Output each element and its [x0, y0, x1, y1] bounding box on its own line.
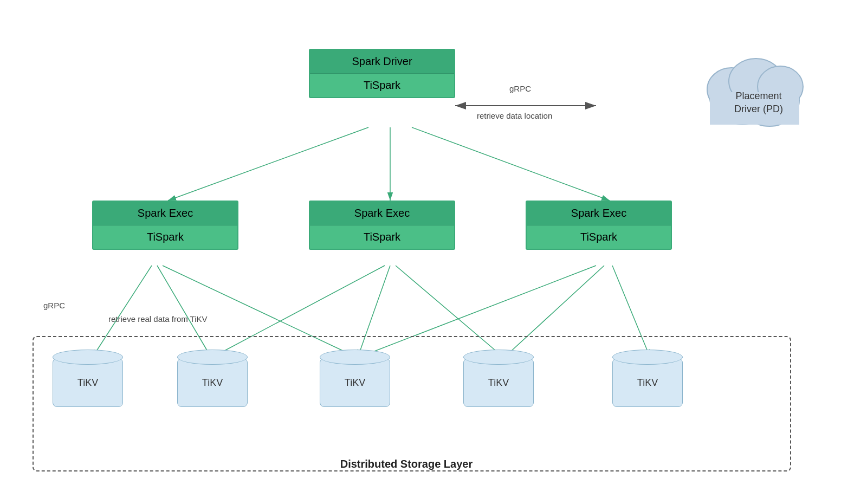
exec-box-1: Spark Exec TiSpark [92, 201, 238, 250]
svg-line-4 [168, 127, 368, 201]
exec-box-2: Spark Exec TiSpark [309, 201, 455, 250]
tikv-1-label: TiKV [77, 377, 98, 389]
svg-text:Driver (PD): Driver (PD) [734, 104, 783, 114]
tikv-node-3: TiKV [320, 350, 390, 407]
tikv-node-4: TiKV [463, 350, 534, 407]
tikv-4-body: TiKV [463, 358, 534, 407]
exec-3-bottom-label: TiSpark [527, 225, 671, 249]
retrieve-location-label: retrieve data location [477, 111, 552, 120]
tispark-driver-label: TiSpark [310, 74, 454, 97]
exec-2-bottom-label: TiSpark [310, 225, 454, 249]
tikv-4-label: TiKV [488, 377, 509, 389]
exec-box-3: Spark Exec TiSpark [526, 201, 672, 250]
retrieve-data-label: retrieve real data from TiKV [108, 314, 208, 324]
svg-text:Placement: Placement [735, 91, 781, 101]
tikv-5-label: TiKV [637, 377, 658, 389]
tikv-1-top [53, 350, 123, 365]
exec-2-top-label: Spark Exec [310, 202, 454, 225]
storage-layer-label: Distributed Storage Layer [271, 458, 542, 470]
tikv-5-top [612, 350, 683, 365]
exec-1-top-label: Spark Exec [93, 202, 237, 225]
tikv-2-body: TiKV [177, 358, 248, 407]
grpc-label: gRPC [509, 84, 531, 93]
tikv-node-2: TiKV [177, 350, 248, 407]
tikv-node-1: TiKV [53, 350, 123, 407]
exec-3-top-label: Spark Exec [527, 202, 671, 225]
tikv-5-body: TiKV [612, 358, 683, 407]
tikv-3-top [320, 350, 390, 365]
tikv-2-label: TiKV [202, 377, 223, 389]
tikv-node-5: TiKV [612, 350, 683, 407]
tikv-1-body: TiKV [53, 358, 123, 407]
exec-1-bottom-label: TiSpark [93, 225, 237, 249]
spark-driver-label: Spark Driver [310, 50, 454, 74]
tikv-3-label: TiKV [345, 377, 365, 389]
svg-line-6 [412, 127, 610, 201]
tikv-2-top [177, 350, 248, 365]
grpc-bottom-label: gRPC [43, 301, 65, 310]
spark-driver-box: Spark Driver TiSpark [309, 49, 455, 98]
placement-driver-cloud: Placement Driver (PD) [699, 43, 807, 125]
tikv-3-body: TiKV [320, 358, 390, 407]
diagram-canvas: Spark Driver TiSpark Spark Exec TiSpark … [0, 0, 867, 504]
tikv-4-top [463, 350, 534, 365]
